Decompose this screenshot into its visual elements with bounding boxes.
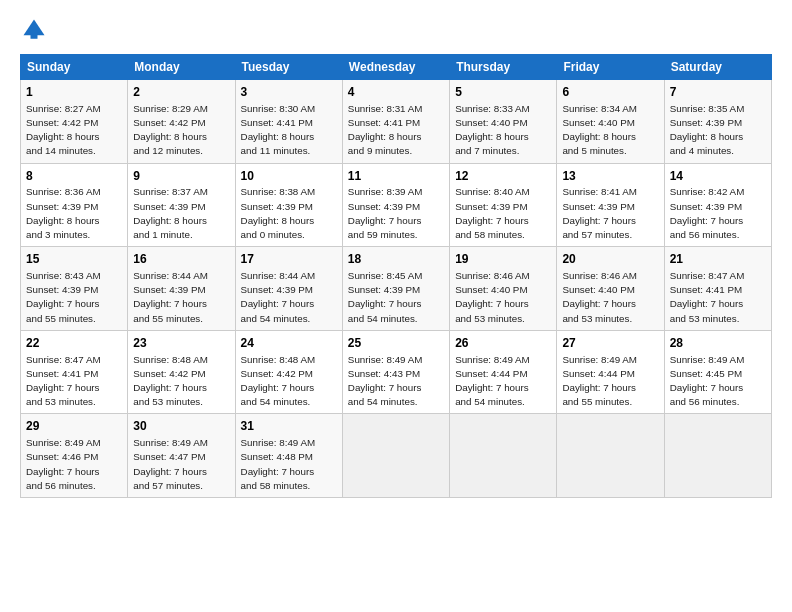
day-info: Sunrise: 8:38 AM Sunset: 4:39 PM Dayligh… (241, 185, 337, 242)
day-number: 11 (348, 168, 444, 185)
logo (20, 16, 52, 44)
day-info: Sunrise: 8:43 AM Sunset: 4:39 PM Dayligh… (26, 269, 122, 326)
day-number: 29 (26, 418, 122, 435)
calendar-day-cell: 9Sunrise: 8:37 AM Sunset: 4:39 PM Daylig… (128, 163, 235, 247)
day-info: Sunrise: 8:27 AM Sunset: 4:42 PM Dayligh… (26, 102, 122, 159)
calendar-day-cell: 7Sunrise: 8:35 AM Sunset: 4:39 PM Daylig… (664, 80, 771, 164)
calendar-day-cell: 4Sunrise: 8:31 AM Sunset: 4:41 PM Daylig… (342, 80, 449, 164)
weekday-header: Monday (128, 55, 235, 80)
day-info: Sunrise: 8:29 AM Sunset: 4:42 PM Dayligh… (133, 102, 229, 159)
calendar-day-cell: 25Sunrise: 8:49 AM Sunset: 4:43 PM Dayli… (342, 330, 449, 414)
day-info: Sunrise: 8:36 AM Sunset: 4:39 PM Dayligh… (26, 185, 122, 242)
calendar-day-cell (342, 414, 449, 498)
day-info: Sunrise: 8:48 AM Sunset: 4:42 PM Dayligh… (241, 353, 337, 410)
weekday-header: Sunday (21, 55, 128, 80)
day-number: 23 (133, 335, 229, 352)
calendar-week-row: 8Sunrise: 8:36 AM Sunset: 4:39 PM Daylig… (21, 163, 772, 247)
calendar-day-cell: 22Sunrise: 8:47 AM Sunset: 4:41 PM Dayli… (21, 330, 128, 414)
calendar-day-cell: 31Sunrise: 8:49 AM Sunset: 4:48 PM Dayli… (235, 414, 342, 498)
calendar-day-cell: 18Sunrise: 8:45 AM Sunset: 4:39 PM Dayli… (342, 247, 449, 331)
calendar-day-cell: 8Sunrise: 8:36 AM Sunset: 4:39 PM Daylig… (21, 163, 128, 247)
calendar-day-cell: 30Sunrise: 8:49 AM Sunset: 4:47 PM Dayli… (128, 414, 235, 498)
day-number: 22 (26, 335, 122, 352)
calendar-week-row: 15Sunrise: 8:43 AM Sunset: 4:39 PM Dayli… (21, 247, 772, 331)
day-info: Sunrise: 8:31 AM Sunset: 4:41 PM Dayligh… (348, 102, 444, 159)
day-number: 15 (26, 251, 122, 268)
day-info: Sunrise: 8:30 AM Sunset: 4:41 PM Dayligh… (241, 102, 337, 159)
weekday-header: Tuesday (235, 55, 342, 80)
weekday-header: Saturday (664, 55, 771, 80)
calendar-day-cell (450, 414, 557, 498)
day-number: 17 (241, 251, 337, 268)
calendar-day-cell: 2Sunrise: 8:29 AM Sunset: 4:42 PM Daylig… (128, 80, 235, 164)
day-number: 26 (455, 335, 551, 352)
calendar-day-cell: 14Sunrise: 8:42 AM Sunset: 4:39 PM Dayli… (664, 163, 771, 247)
calendar-day-cell: 12Sunrise: 8:40 AM Sunset: 4:39 PM Dayli… (450, 163, 557, 247)
day-info: Sunrise: 8:49 AM Sunset: 4:43 PM Dayligh… (348, 353, 444, 410)
day-number: 9 (133, 168, 229, 185)
day-info: Sunrise: 8:49 AM Sunset: 4:48 PM Dayligh… (241, 436, 337, 493)
day-info: Sunrise: 8:46 AM Sunset: 4:40 PM Dayligh… (562, 269, 658, 326)
calendar-day-cell: 17Sunrise: 8:44 AM Sunset: 4:39 PM Dayli… (235, 247, 342, 331)
day-number: 4 (348, 84, 444, 101)
day-number: 18 (348, 251, 444, 268)
weekday-header: Wednesday (342, 55, 449, 80)
day-info: Sunrise: 8:45 AM Sunset: 4:39 PM Dayligh… (348, 269, 444, 326)
day-number: 8 (26, 168, 122, 185)
day-info: Sunrise: 8:47 AM Sunset: 4:41 PM Dayligh… (26, 353, 122, 410)
calendar-day-cell: 21Sunrise: 8:47 AM Sunset: 4:41 PM Dayli… (664, 247, 771, 331)
calendar-week-row: 1Sunrise: 8:27 AM Sunset: 4:42 PM Daylig… (21, 80, 772, 164)
day-number: 20 (562, 251, 658, 268)
day-number: 6 (562, 84, 658, 101)
calendar-day-cell: 3Sunrise: 8:30 AM Sunset: 4:41 PM Daylig… (235, 80, 342, 164)
day-info: Sunrise: 8:42 AM Sunset: 4:39 PM Dayligh… (670, 185, 766, 242)
calendar-day-cell: 23Sunrise: 8:48 AM Sunset: 4:42 PM Dayli… (128, 330, 235, 414)
day-info: Sunrise: 8:48 AM Sunset: 4:42 PM Dayligh… (133, 353, 229, 410)
day-info: Sunrise: 8:49 AM Sunset: 4:45 PM Dayligh… (670, 353, 766, 410)
day-number: 10 (241, 168, 337, 185)
day-info: Sunrise: 8:46 AM Sunset: 4:40 PM Dayligh… (455, 269, 551, 326)
calendar-header-row: SundayMondayTuesdayWednesdayThursdayFrid… (21, 55, 772, 80)
calendar-day-cell: 10Sunrise: 8:38 AM Sunset: 4:39 PM Dayli… (235, 163, 342, 247)
day-info: Sunrise: 8:39 AM Sunset: 4:39 PM Dayligh… (348, 185, 444, 242)
weekday-header: Friday (557, 55, 664, 80)
calendar-day-cell: 13Sunrise: 8:41 AM Sunset: 4:39 PM Dayli… (557, 163, 664, 247)
day-info: Sunrise: 8:33 AM Sunset: 4:40 PM Dayligh… (455, 102, 551, 159)
day-number: 31 (241, 418, 337, 435)
day-info: Sunrise: 8:34 AM Sunset: 4:40 PM Dayligh… (562, 102, 658, 159)
day-number: 2 (133, 84, 229, 101)
calendar-day-cell: 16Sunrise: 8:44 AM Sunset: 4:39 PM Dayli… (128, 247, 235, 331)
day-number: 28 (670, 335, 766, 352)
calendar-day-cell: 24Sunrise: 8:48 AM Sunset: 4:42 PM Dayli… (235, 330, 342, 414)
calendar-day-cell: 6Sunrise: 8:34 AM Sunset: 4:40 PM Daylig… (557, 80, 664, 164)
day-number: 1 (26, 84, 122, 101)
day-info: Sunrise: 8:49 AM Sunset: 4:44 PM Dayligh… (455, 353, 551, 410)
day-number: 13 (562, 168, 658, 185)
calendar-week-row: 22Sunrise: 8:47 AM Sunset: 4:41 PM Dayli… (21, 330, 772, 414)
weekday-header: Thursday (450, 55, 557, 80)
day-info: Sunrise: 8:44 AM Sunset: 4:39 PM Dayligh… (133, 269, 229, 326)
day-number: 25 (348, 335, 444, 352)
calendar-day-cell: 28Sunrise: 8:49 AM Sunset: 4:45 PM Dayli… (664, 330, 771, 414)
calendar: SundayMondayTuesdayWednesdayThursdayFrid… (20, 54, 772, 498)
calendar-day-cell: 20Sunrise: 8:46 AM Sunset: 4:40 PM Dayli… (557, 247, 664, 331)
day-number: 21 (670, 251, 766, 268)
calendar-day-cell: 1Sunrise: 8:27 AM Sunset: 4:42 PM Daylig… (21, 80, 128, 164)
day-info: Sunrise: 8:49 AM Sunset: 4:46 PM Dayligh… (26, 436, 122, 493)
day-number: 5 (455, 84, 551, 101)
page: SundayMondayTuesdayWednesdayThursdayFrid… (0, 0, 792, 612)
day-number: 27 (562, 335, 658, 352)
day-info: Sunrise: 8:44 AM Sunset: 4:39 PM Dayligh… (241, 269, 337, 326)
calendar-day-cell: 29Sunrise: 8:49 AM Sunset: 4:46 PM Dayli… (21, 414, 128, 498)
day-number: 24 (241, 335, 337, 352)
calendar-day-cell (664, 414, 771, 498)
day-number: 7 (670, 84, 766, 101)
calendar-day-cell: 27Sunrise: 8:49 AM Sunset: 4:44 PM Dayli… (557, 330, 664, 414)
day-info: Sunrise: 8:41 AM Sunset: 4:39 PM Dayligh… (562, 185, 658, 242)
calendar-day-cell: 11Sunrise: 8:39 AM Sunset: 4:39 PM Dayli… (342, 163, 449, 247)
day-number: 3 (241, 84, 337, 101)
day-number: 16 (133, 251, 229, 268)
day-info: Sunrise: 8:49 AM Sunset: 4:47 PM Dayligh… (133, 436, 229, 493)
day-info: Sunrise: 8:47 AM Sunset: 4:41 PM Dayligh… (670, 269, 766, 326)
day-info: Sunrise: 8:37 AM Sunset: 4:39 PM Dayligh… (133, 185, 229, 242)
